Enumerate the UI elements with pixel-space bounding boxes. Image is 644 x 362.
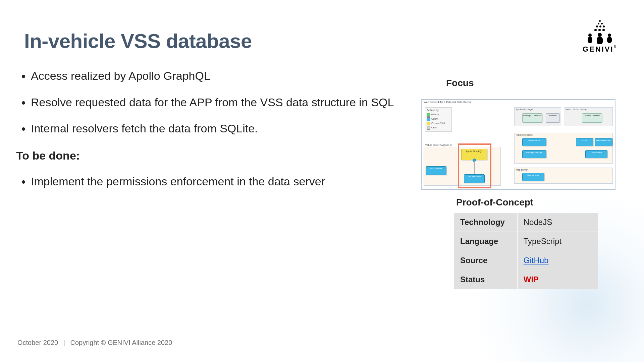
legend-item: Genivi bbox=[431, 117, 438, 121]
node-package: Package / Container bbox=[522, 113, 542, 123]
node-vss-provider: VSS Provider bbox=[426, 166, 446, 175]
poc-table: Technology NodeJS Language TypeScript So… bbox=[454, 213, 598, 289]
footer-date: October 2020 bbox=[17, 339, 58, 346]
logo-mark: ® bbox=[614, 45, 617, 49]
panel-label: Framework level bbox=[516, 134, 533, 136]
diagram-legend: Defined by Google Genivi Custom / 3rd OE… bbox=[425, 107, 452, 132]
node-js-ts: js / TS bbox=[576, 138, 593, 146]
genivi-logo-icon bbox=[585, 20, 615, 44]
slide: In-vehicle VSS database GENIVI® bbox=[0, 0, 644, 362]
table-key: Source bbox=[454, 251, 518, 270]
panel-label: Application layer bbox=[516, 108, 533, 111]
github-link[interactable]: GitHub bbox=[524, 256, 549, 265]
node-pkg-manager: Package Manager bbox=[522, 150, 546, 158]
table-value: NodeJS bbox=[517, 213, 598, 232]
table-row: Source GitHub bbox=[454, 251, 598, 270]
node-map-service: Map services bbox=[522, 173, 544, 181]
poc-label: Proof-of-Concept bbox=[456, 197, 533, 208]
bullet-item: Access realized by Apollo GraphQL bbox=[31, 67, 405, 85]
table-value-status: WIP bbox=[517, 270, 598, 289]
footer-separator: | bbox=[63, 339, 65, 346]
legend-title: Defined by bbox=[427, 109, 450, 112]
slide-title: In-vehicle VSS database bbox=[24, 29, 252, 53]
table-row: Technology NodeJS bbox=[454, 213, 598, 232]
table-value-link: GitHub bbox=[517, 251, 598, 270]
node-right-app: Chrome / Browser bbox=[582, 113, 602, 123]
focus-label: Focus bbox=[446, 78, 474, 88]
focus-highlight-box bbox=[458, 143, 491, 188]
status-wip: WIP bbox=[524, 275, 539, 284]
footer-copyright: Copyright © GENIVI Alliance 2020 bbox=[70, 339, 172, 346]
legend-item: Google bbox=[431, 113, 439, 116]
logo-name: GENIVI bbox=[583, 45, 614, 53]
subhead-todo: To be done: bbox=[16, 147, 405, 165]
bullet-list-main: Access realized by Apollo GraphQL Resolv… bbox=[16, 67, 405, 137]
table-value: TypeScript bbox=[517, 232, 598, 251]
bullet-item: Implement the permissions enforcement in… bbox=[31, 173, 405, 190]
diagram-framework-panel: Framework level bbox=[514, 133, 613, 164]
node-geo-service: Geo Service bbox=[585, 150, 607, 158]
bullet-list-todo: Implement the permissions enforcement in… bbox=[16, 173, 405, 190]
architecture-diagram: Web Based HMI + External Data Server Def… bbox=[421, 99, 615, 190]
table-key: Status bbox=[454, 270, 518, 289]
node-apollo-server: Apollo Server bbox=[522, 138, 546, 146]
bullet-item: Resolve requested data for the APP from … bbox=[31, 94, 405, 111]
table-row: Status WIP bbox=[454, 270, 598, 289]
table-key: Language bbox=[454, 232, 518, 251]
panel-label: Virtual Server / Appium UI bbox=[425, 144, 452, 146]
footer: October 2020 | Copyright © GENIVI Allian… bbox=[17, 339, 172, 347]
genivi-logo-text: GENIVI® bbox=[583, 45, 617, 54]
legend-item: Custom / 3rd bbox=[431, 122, 445, 125]
bullet-item: Internal resolvers fetch the data from S… bbox=[31, 120, 405, 137]
genivi-logo: GENIVI® bbox=[583, 20, 617, 54]
diagram-caption: Web Based HMI + External Data Server bbox=[424, 101, 471, 104]
body-text: Access realized by Apollo GraphQL Resolv… bbox=[16, 67, 405, 199]
legend-item: OEM bbox=[431, 126, 437, 129]
node-manifest: Manifest bbox=[546, 113, 560, 123]
panel-label: Map server bbox=[516, 169, 528, 171]
node-data-api: Data Access API bbox=[595, 138, 612, 146]
table-key: Technology bbox=[454, 213, 518, 232]
panel-label: web / UX (on device) bbox=[566, 108, 587, 111]
table-row: Language TypeScript bbox=[454, 232, 598, 251]
